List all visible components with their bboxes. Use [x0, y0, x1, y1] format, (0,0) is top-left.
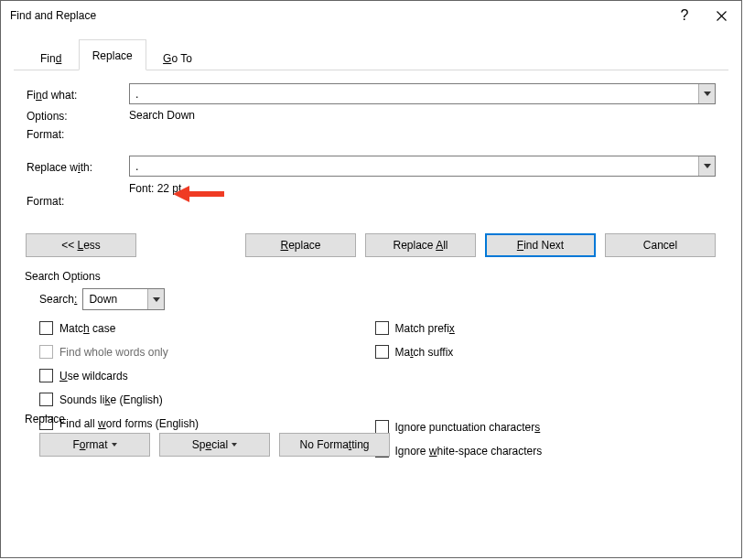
whole-words-checkbox: Find whole words only	[39, 345, 372, 359]
find-what-combo[interactable]	[129, 83, 716, 104]
less-button[interactable]: << Less	[26, 233, 136, 257]
search-direction-label: Search:	[39, 293, 77, 306]
main-button-row: << Less Replace Replace All Find Next Ca…	[26, 233, 716, 257]
search-direction-value: Down	[83, 293, 147, 306]
tab-replace[interactable]: Replace	[79, 39, 146, 70]
help-button[interactable]: ?	[668, 2, 701, 29]
chevron-down-icon	[153, 297, 160, 302]
replace-with-input[interactable]	[130, 156, 698, 176]
checkbox-icon	[39, 369, 53, 382]
close-button[interactable]	[701, 2, 741, 29]
find-format-label: Format:	[27, 126, 129, 141]
find-what-dropdown[interactable]	[698, 84, 715, 103]
replace-with-dropdown[interactable]	[698, 156, 715, 176]
find-next-button[interactable]: Find Next	[485, 233, 596, 257]
cancel-button[interactable]: Cancel	[605, 233, 716, 257]
replace-with-label: Replace with:	[27, 159, 129, 174]
match-suffix-checkbox[interactable]: Match suffix	[375, 345, 707, 359]
checkbox-icon	[375, 345, 389, 359]
dialog-title: Find and Replace	[10, 9, 668, 22]
replace-format-value: Font: 22 pt	[129, 180, 181, 195]
search-direction-select[interactable]: Down	[82, 288, 165, 310]
chevron-down-icon	[704, 164, 711, 168]
options-value: Search Down	[129, 109, 195, 122]
tab-goto[interactable]: Go To	[149, 45, 206, 70]
replace-button[interactable]: Replace	[245, 233, 356, 257]
find-what-input[interactable]	[130, 84, 698, 103]
format-button[interactable]: Format	[39, 433, 150, 457]
replace-group-title: Replace	[25, 413, 716, 425]
checkbox-icon	[39, 345, 53, 359]
options-label: Options:	[27, 108, 129, 123]
checkbox-icon	[39, 321, 53, 335]
use-wildcards-checkbox[interactable]: Use wildcards	[39, 369, 372, 382]
find-what-label: Find what:	[27, 87, 129, 102]
dialog-body: Find what: Options: Search Down Format: …	[14, 70, 728, 468]
search-options-title: Search Options	[25, 270, 716, 283]
match-prefix-checkbox[interactable]: Match prefix	[375, 321, 707, 335]
match-case-checkbox[interactable]: Match case	[39, 321, 372, 335]
replace-with-combo[interactable]	[129, 156, 716, 177]
replace-all-button[interactable]: Replace All	[365, 233, 476, 257]
no-formatting-button[interactable]: No Formatting	[279, 433, 390, 457]
close-icon	[717, 11, 727, 21]
tab-find[interactable]: FindFind	[27, 45, 75, 70]
search-direction-dropdown[interactable]	[147, 289, 164, 309]
titlebar: Find and Replace ?	[1, 1, 741, 30]
tab-strip: FindFind Replace Go To	[27, 39, 727, 72]
special-button[interactable]: Special	[159, 433, 270, 457]
chevron-down-icon	[232, 443, 237, 447]
find-replace-dialog: Find and Replace ? FindFind Replace Go T…	[0, 0, 742, 558]
checkbox-icon	[375, 321, 389, 335]
chevron-down-icon	[704, 92, 711, 96]
replace-format-label: Format:	[27, 180, 129, 208]
chevron-down-icon	[112, 443, 117, 447]
